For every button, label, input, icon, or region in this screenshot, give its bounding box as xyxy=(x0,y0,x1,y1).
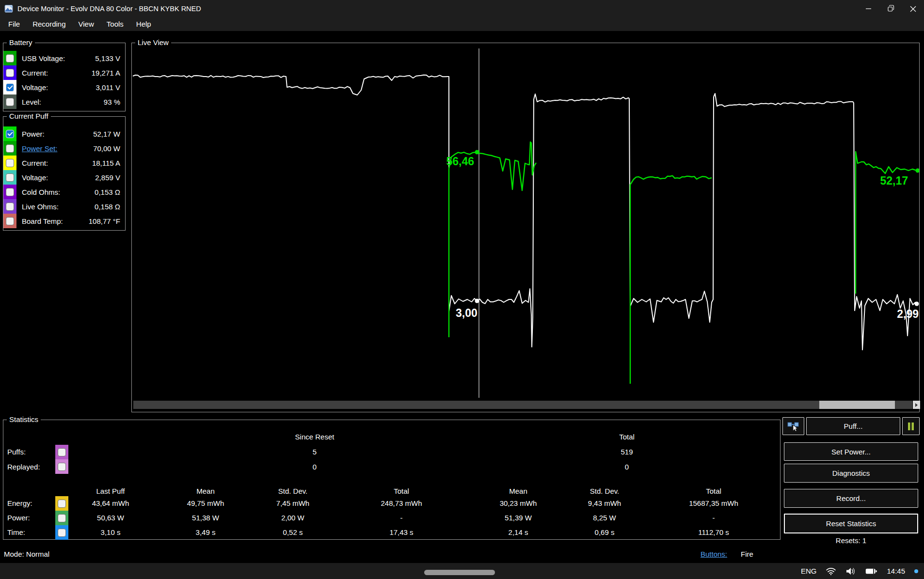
battery-row: Current: 19,271 A xyxy=(3,65,125,80)
series-visibility-checkbox[interactable] xyxy=(6,69,14,77)
trace-value-label: 2,99 xyxy=(897,308,919,320)
chart-scrollbar[interactable] xyxy=(133,401,912,409)
language-indicator[interactable]: ENG xyxy=(801,567,817,575)
power-set-link[interactable]: Power Set: xyxy=(22,144,57,153)
record-button[interactable]: Record... xyxy=(784,489,918,508)
series-visibility-checkbox[interactable] xyxy=(6,188,14,196)
trace-marker xyxy=(916,169,920,173)
diagnostics-button-label: Diagnostics xyxy=(832,469,870,477)
stats-table-row: 50,63 W 51,38 W 2,00 W - 51,39 W 8,25 W … xyxy=(69,511,778,525)
row-value: 52,17 W xyxy=(93,130,125,138)
series-visibility-checkbox[interactable] xyxy=(6,203,14,211)
trace-battery-voltage xyxy=(534,94,629,102)
row-label: Live Ohms: xyxy=(22,203,59,211)
stats-cell: - xyxy=(326,511,477,525)
trace-marker xyxy=(475,150,479,155)
battery-row: Level: 93 % xyxy=(3,94,125,109)
battery-group-title: Battery xyxy=(7,38,35,47)
series-visibility-checkbox[interactable] xyxy=(6,144,14,153)
series-visibility-checkbox[interactable] xyxy=(58,529,66,537)
series-visibility-checkbox[interactable] xyxy=(58,500,66,508)
row-value: 2,859 V xyxy=(95,173,125,182)
puff-button[interactable]: Puff... xyxy=(806,417,900,435)
stats-cell: 51,38 W xyxy=(152,511,259,525)
stats-cell: 3,10 s xyxy=(69,525,152,540)
series-visibility-checkbox[interactable] xyxy=(6,54,14,63)
series-visibility-checkbox[interactable] xyxy=(6,98,14,106)
current-puff-group-title: Current Puff xyxy=(7,112,51,121)
trace-value-label: 52,17 xyxy=(880,174,908,187)
stats-cell: 30,23 mWh xyxy=(477,496,560,511)
row-value: 108,77 °F xyxy=(89,217,125,225)
live-chart[interactable]: 56,463,0052,172,99 xyxy=(132,47,919,398)
series-color-swatch xyxy=(55,459,68,474)
series-color-swatch xyxy=(3,126,16,141)
menu-help[interactable]: Help xyxy=(130,17,158,31)
series-color-swatch xyxy=(3,51,16,65)
restore-icon[interactable] xyxy=(879,0,902,17)
row-value: 19,271 A xyxy=(92,69,125,77)
col-header-since-reset: Since Reset xyxy=(266,433,363,441)
stats-row-label: Power: xyxy=(7,511,30,525)
current-puff-group: Current Puff Power: 52,17 W Power Set: 7… xyxy=(3,116,126,231)
col-header-total: Total xyxy=(578,433,675,441)
pause-button[interactable] xyxy=(902,417,920,435)
series-color-swatch xyxy=(3,185,16,199)
series-color-swatch xyxy=(55,511,68,525)
puff-button-label: Puff... xyxy=(844,422,863,430)
stats-cell: 9,43 mWh xyxy=(560,496,649,511)
series-visibility-checkbox[interactable] xyxy=(58,514,66,522)
series-color-swatch xyxy=(3,199,16,214)
battery-group: Battery USB Voltage: 5,133 V Current: 19… xyxy=(3,43,126,111)
trace-marker xyxy=(915,302,919,306)
stats-cell: 15687,35 mWh xyxy=(649,496,778,511)
row-label: Current: xyxy=(22,69,48,77)
stats-cell: 2,00 W xyxy=(259,511,326,525)
row-label: Cold Ohms: xyxy=(22,188,60,196)
close-icon[interactable] xyxy=(902,0,924,17)
series-visibility-checkbox[interactable] xyxy=(6,217,14,225)
menu-recording[interactable]: Recording xyxy=(26,17,72,31)
battery-icon[interactable] xyxy=(865,567,877,576)
stats-cell: 43,64 mWh xyxy=(69,496,152,511)
series-visibility-checkbox[interactable] xyxy=(6,130,14,138)
stats-swatch-column xyxy=(55,496,68,540)
row-label: USB Voltage: xyxy=(22,54,65,63)
menu-bar: File Recording View Tools Help xyxy=(0,17,924,31)
clock[interactable]: 14:45 xyxy=(887,567,905,575)
scroll-right-arrow-icon[interactable] xyxy=(913,401,920,409)
marker-select-button[interactable] xyxy=(782,417,804,435)
menu-tools[interactable]: Tools xyxy=(100,17,130,31)
stats-row-label: Energy: xyxy=(7,496,32,511)
notification-dot[interactable] xyxy=(914,569,918,573)
menu-view[interactable]: View xyxy=(72,17,100,31)
volume-icon[interactable] xyxy=(845,567,856,576)
reset-statistics-button[interactable]: Reset Statistics xyxy=(784,514,918,533)
diagnostics-button[interactable]: Diagnostics xyxy=(784,464,918,483)
buttons-link[interactable]: Buttons: xyxy=(701,550,727,558)
chart-scrollbar-thumb[interactable] xyxy=(819,401,895,409)
current-puff-row: Power Set: 70,00 W xyxy=(3,141,125,156)
series-visibility-checkbox[interactable] xyxy=(6,83,14,92)
marker-select-icon xyxy=(787,421,800,432)
row-label: Level: xyxy=(22,98,41,106)
series-color-swatch xyxy=(3,170,16,185)
menu-file[interactable]: File xyxy=(2,17,26,31)
minimize-icon[interactable] xyxy=(857,0,879,17)
row-label: Board Temp: xyxy=(22,217,63,225)
series-visibility-checkbox[interactable] xyxy=(6,173,14,182)
stats-cell: 248,73 mWh xyxy=(326,496,477,511)
wifi-icon[interactable] xyxy=(826,567,836,576)
set-power-button[interactable]: Set Power... xyxy=(784,442,918,461)
stats-cell: 17,43 s xyxy=(326,525,477,540)
stats-cell: 3,49 s xyxy=(152,525,259,540)
stats-cell: 0,69 s xyxy=(560,525,649,540)
statistics-group: Statistics Since Reset Total Puffs: Repl… xyxy=(3,420,781,540)
counter-swatch-column xyxy=(55,445,68,474)
series-visibility-checkbox[interactable] xyxy=(6,159,14,167)
taskbar-app-indicator[interactable] xyxy=(424,570,495,575)
series-color-swatch xyxy=(55,445,68,459)
series-color-swatch xyxy=(55,525,68,540)
series-visibility-checkbox[interactable] xyxy=(58,448,66,456)
series-visibility-checkbox[interactable] xyxy=(58,463,66,471)
